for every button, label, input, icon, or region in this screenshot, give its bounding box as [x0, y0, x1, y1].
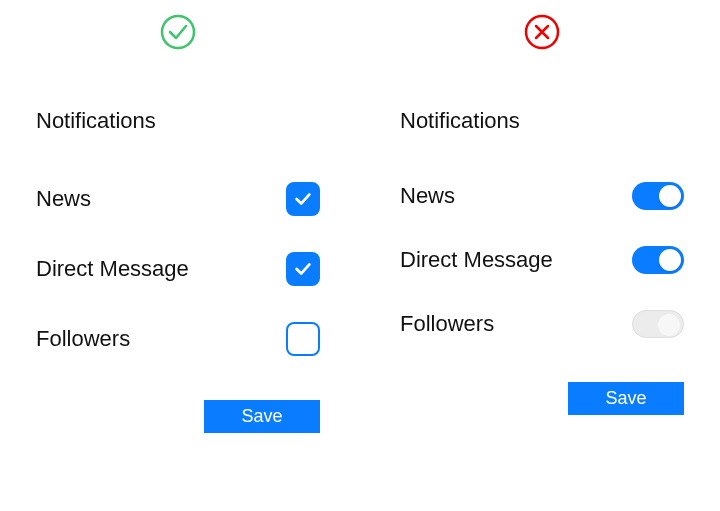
- badge-wrap-bad: [400, 14, 684, 50]
- badge-wrap-good: [36, 14, 320, 50]
- option-label: News: [400, 183, 455, 209]
- option-label: Direct Message: [400, 247, 553, 273]
- toggle-knob: [658, 314, 680, 336]
- toggle-news[interactable]: [632, 182, 684, 210]
- svg-point-0: [162, 16, 194, 48]
- toggle-knob: [659, 249, 681, 271]
- option-row: News: [400, 182, 684, 210]
- toggle-followers[interactable]: [632, 310, 684, 338]
- checkbox-followers[interactable]: [286, 322, 320, 356]
- option-row: Direct Message: [36, 252, 320, 286]
- checkbox-news[interactable]: [286, 182, 320, 216]
- save-row: Save: [400, 382, 684, 415]
- checkmark-circle-icon: [160, 14, 196, 50]
- save-button[interactable]: Save: [568, 382, 684, 415]
- option-row: Followers: [36, 322, 320, 356]
- save-row: Save: [36, 400, 320, 433]
- panel-good: Notifications News Direct Message Follow…: [36, 14, 320, 471]
- check-icon: [292, 258, 314, 280]
- check-icon: [292, 188, 314, 210]
- panel-bad: Notifications News Direct Message Follow…: [400, 14, 684, 471]
- section-heading: Notifications: [36, 108, 320, 134]
- option-row: Direct Message: [400, 246, 684, 274]
- option-label: Followers: [400, 311, 494, 337]
- toggle-direct-message[interactable]: [632, 246, 684, 274]
- option-row: Followers: [400, 310, 684, 338]
- save-button[interactable]: Save: [204, 400, 320, 433]
- option-label: News: [36, 186, 91, 212]
- option-label: Direct Message: [36, 256, 189, 282]
- option-row: News: [36, 182, 320, 216]
- option-label: Followers: [36, 326, 130, 352]
- section-heading: Notifications: [400, 108, 684, 134]
- x-circle-icon: [524, 14, 560, 50]
- checkbox-direct-message[interactable]: [286, 252, 320, 286]
- toggle-knob: [659, 185, 681, 207]
